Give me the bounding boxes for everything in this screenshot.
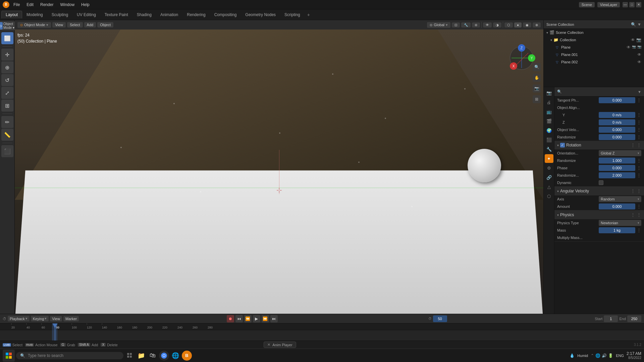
taskbar-app-store[interactable]: 🛍 (148, 351, 158, 361)
grid-btn[interactable]: ⊞ (533, 95, 541, 103)
prop-icon-constraints[interactable]: 🔗 (545, 173, 553, 182)
toolbar-btn-rotate[interactable]: ↺ (1, 74, 13, 86)
prop-icon-view[interactable]: 📺 (545, 107, 553, 116)
viewport[interactable]: ⊙ Object Mode ▾ View Select Add Object ⊙… (15, 20, 543, 314)
rendered-shading[interactable]: ⊕ (533, 22, 541, 27)
global-orientation[interactable]: ⊙ Global ▾ (427, 22, 450, 28)
timeline-track[interactable]: 20 40 60 80 100 120 140 160 180 200 220 … (0, 323, 644, 341)
end-frame-input[interactable] (627, 315, 641, 322)
outliner-plane-001[interactable]: ▽ Plane.001 👁 (544, 51, 644, 58)
angular-velocity-header[interactable]: ▾ Angular Velocity ⋮ ⋮ (554, 187, 644, 195)
tangent-dots[interactable]: ⋮ (637, 98, 641, 103)
keying-menu[interactable]: Keying ▾ (31, 316, 49, 321)
viewport-mode-btn[interactable]: ⊙ Object Mode ▾ (17, 22, 51, 28)
amount-value[interactable]: 0.000 (599, 203, 635, 209)
prop-icon-material[interactable]: ⬡ (545, 192, 553, 200)
rotation-rand-value[interactable]: 1.000 (599, 158, 635, 164)
task-view-btn[interactable] (125, 351, 135, 361)
menu-help[interactable]: Help (78, 1, 92, 8)
solid-shading[interactable]: ● (514, 22, 522, 27)
anim-player-x-icon[interactable]: ✕ (267, 343, 270, 347)
orientation-dropdown[interactable]: Global Z▾ (599, 150, 641, 156)
object-menu[interactable]: Object (97, 22, 113, 27)
play-btn[interactable]: ▶ (253, 315, 260, 322)
plane-render[interactable]: 📷 (637, 45, 641, 50)
axis-dropdown[interactable]: Random▾ (599, 196, 641, 202)
prop-icon-physics[interactable]: ⚙ (545, 164, 553, 172)
current-frame-input[interactable] (433, 315, 447, 322)
navigation-gizmo[interactable]: Z Y X (506, 43, 537, 73)
menu-render[interactable]: Render (38, 1, 56, 8)
add-menu[interactable]: Add (84, 22, 96, 27)
outliner-scene-collection[interactable]: ▾ 🎬 Scene Collection (544, 29, 644, 36)
rotation-header[interactable]: ▾ ✓ Rotation ⋮ ⋮ (554, 141, 644, 149)
collection-camera[interactable]: 📷 (636, 38, 641, 42)
taskbar-app-blender[interactable]: B (182, 351, 192, 361)
xray-toggle[interactable]: ◑ (493, 22, 501, 27)
step-back-btn[interactable]: ⏪ (244, 315, 252, 322)
outliner-collection[interactable]: ▾ 📁 Collection 👁 📷 (544, 36, 644, 44)
prop-filter-icon[interactable]: ▼ (638, 90, 641, 94)
prop-icon-scene[interactable]: 🎬 (545, 117, 553, 125)
angular-velocity-dots[interactable]: ⋮ ⋮ (631, 188, 641, 194)
tab-scripting[interactable]: Scripting (280, 11, 305, 18)
prop-icon-object[interactable]: ⬛ (545, 135, 553, 144)
outliner-plane[interactable]: ▽ Plane 👁 📷 📷 (544, 44, 644, 51)
physics-header[interactable]: ▾ Physics ⋮ ⋮ (554, 210, 644, 219)
tab-compositing[interactable]: Compositing (210, 11, 241, 18)
camera-btn[interactable]: 📷 (533, 84, 541, 93)
menu-file[interactable]: File (11, 1, 22, 8)
select-menu[interactable]: Select (67, 22, 83, 27)
playhead[interactable] (55, 323, 55, 341)
tangent-value[interactable]: 0.000 (599, 97, 635, 103)
toolbar-btn-cursor[interactable]: ✛ (1, 49, 13, 61)
dynamic-checkbox[interactable] (599, 180, 603, 185)
taskbar-search[interactable]: 🔍 Type here to search (16, 352, 123, 359)
toolbar-btn-measure[interactable]: 📏 (1, 129, 13, 141)
tab-geometry-nodes[interactable]: Geometry Nodes (241, 11, 280, 18)
start-frame-input[interactable] (604, 315, 618, 322)
y-value[interactable]: 0 m/s (599, 112, 635, 118)
phase-dots[interactable]: ⋮ (637, 165, 641, 171)
prop-icon-data[interactable]: △ (545, 182, 553, 191)
randomize-dots[interactable]: ⋮ (637, 134, 641, 140)
randomize2-value[interactable]: 2.000 (599, 172, 635, 178)
physics-type-dropdown[interactable]: Newtonian▾ (599, 220, 641, 226)
close-button[interactable]: ✕ (636, 2, 641, 7)
record-btn[interactable]: ⏺ (227, 315, 234, 322)
clock[interactable]: 2:17 AM 8/5/2022 (627, 351, 641, 360)
maximize-button[interactable]: □ (629, 2, 635, 7)
tab-uv-editing[interactable]: UV Editing (72, 11, 100, 18)
toolbar-btn-transform[interactable]: ⊞ (1, 100, 13, 112)
sound-icon[interactable]: 🔊 (602, 353, 607, 358)
plane002-eye[interactable]: 👁 (637, 60, 641, 64)
plane001-eye[interactable]: 👁 (637, 52, 641, 57)
view-menu[interactable]: View (52, 22, 66, 27)
collection-eye[interactable]: 👁 (631, 38, 635, 42)
rotation-checkbox[interactable]: ✓ (560, 143, 565, 147)
step-forward-btn[interactable]: ⏩ (262, 315, 269, 322)
obj-velo-value[interactable]: 0.000 (599, 127, 635, 133)
tab-layout[interactable]: Layout (1, 11, 22, 18)
playback-menu[interactable]: Playback ▾ (8, 316, 30, 321)
taskbar-app-file-explorer[interactable]: 📁 (136, 351, 146, 361)
marker-menu[interactable]: Marker (63, 316, 79, 321)
prop-icon-world[interactable]: 🌍 (545, 126, 553, 135)
plane-camera[interactable]: 📷 (632, 45, 636, 50)
outliner-search-icon[interactable]: 🔍 (631, 22, 636, 27)
mode-label[interactable]: Object Mode ▾ (3, 22, 16, 29)
phase-value[interactable]: 0.000 (599, 165, 635, 171)
prop-search-input[interactable] (563, 90, 636, 94)
pan-btn[interactable]: ✋ (533, 74, 541, 82)
jump-start-btn[interactable]: ⏮ (235, 315, 243, 322)
tab-rendering[interactable]: Rendering (182, 11, 210, 18)
tray-chevron[interactable]: ⌃ (591, 353, 594, 358)
y-dots[interactable]: ⋮ (637, 112, 641, 118)
jump-end-btn[interactable]: ⏭ (270, 315, 278, 322)
network-icon[interactable]: 🌐 (595, 353, 600, 358)
prop-icon-particles[interactable]: ✦ (545, 154, 553, 163)
prop-icon-modifiers[interactable]: 🔧 (545, 145, 553, 154)
z-value[interactable]: 0 m/s (599, 119, 635, 125)
proportional-edit[interactable]: ⊜ (472, 22, 480, 27)
tab-animation[interactable]: Animation (156, 11, 182, 18)
